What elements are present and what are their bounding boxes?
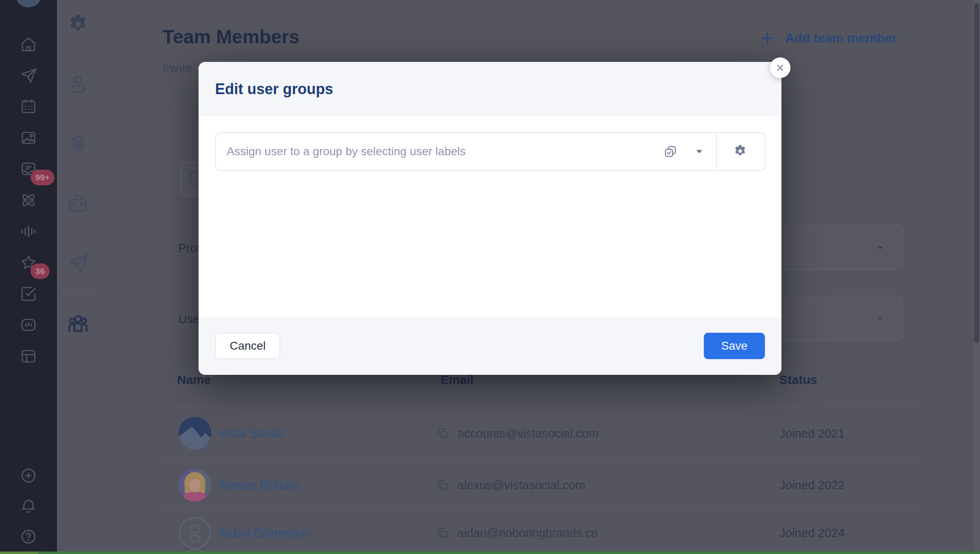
page-subtitle: Invite	[163, 61, 192, 75]
notification-badge: 36	[31, 263, 50, 279]
stats-icon	[19, 316, 38, 334]
plus-circle-icon	[19, 466, 38, 485]
cancel-button[interactable]: Cancel	[215, 333, 280, 359]
profiles-filter-label: Prof	[178, 241, 200, 255]
scrollbar-thumb[interactable]	[974, 3, 979, 343]
calendar-icon	[19, 97, 38, 116]
rail-divider	[62, 292, 95, 292]
copy-icon[interactable]	[436, 526, 449, 540]
briefcase-icon	[66, 192, 90, 215]
column-header-name: Name	[177, 373, 211, 387]
table-row: Alexus Brittainalexus@vistasocial.comJoi…	[160, 458, 916, 511]
member-name-link[interactable]: Vista Social	[218, 426, 284, 441]
layout-icon	[19, 347, 38, 365]
member-status: Joined 2022	[779, 478, 845, 492]
sidebar-item-send[interactable]	[19, 66, 38, 85]
user-filter-label: Use	[178, 313, 200, 326]
member-name-link[interactable]: Aidan Brannigan	[218, 526, 312, 540]
rail-item-briefcase[interactable]	[66, 192, 90, 215]
select-divider	[716, 133, 717, 168]
rail-item-send[interactable]	[66, 252, 90, 275]
gear-icon	[66, 12, 90, 36]
chevron-down-icon	[694, 146, 705, 157]
chevron-down-icon	[874, 315, 886, 323]
modal-header: Edit user groups	[199, 62, 781, 116]
modal-footer: Cancel Save	[199, 318, 781, 375]
send-icon	[66, 252, 90, 275]
waveform-icon	[19, 223, 38, 241]
sidebar-item-help-circle[interactable]	[19, 528, 38, 546]
sidebar-item-calendar[interactable]	[19, 97, 38, 116]
users-group-icon	[66, 312, 90, 335]
multi-select-icon	[663, 144, 678, 159]
select-placeholder: Assign user to a group by selecting user…	[227, 145, 466, 158]
rail-item-gear[interactable]	[66, 12, 90, 36]
primary-sidebar: 99+36	[0, 0, 57, 554]
sidebar-item-bell[interactable]	[19, 497, 38, 515]
member-email: alexus@vistasocial.com	[457, 478, 585, 492]
member-status: Joined 2021	[779, 426, 845, 440]
close-button[interactable]	[770, 57, 791, 78]
table-row: Aidan Branniganaidan@noboringbrands.coJo…	[160, 511, 916, 554]
rail-item-person[interactable]	[66, 72, 90, 95]
sidebar-item-atom[interactable]	[19, 191, 38, 209]
chevron-down-icon	[874, 244, 886, 252]
avatar	[178, 516, 211, 549]
add-team-member-label: Add team member	[785, 31, 897, 46]
screenshare-indicator-bar	[0, 552, 980, 554]
home-icon	[19, 35, 38, 53]
help-circle-icon	[19, 528, 38, 546]
send-icon	[19, 66, 38, 85]
avatar	[178, 469, 211, 502]
page-title: Team Members	[163, 26, 300, 48]
app-window: 99+36 Team Members Invite Add team membe…	[0, 0, 980, 554]
copy-icon[interactable]	[436, 478, 449, 492]
sidebar-item-image[interactable]	[19, 129, 38, 147]
table-row: Vista Socialaccounts@vistasocial.comJoin…	[160, 407, 916, 459]
close-icon	[775, 62, 786, 73]
check-square-icon	[19, 285, 38, 303]
edit-user-groups-modal: Edit user groups Assign user to a group …	[199, 62, 781, 375]
column-header-email: Email	[440, 373, 473, 387]
layers-icon	[66, 132, 90, 155]
sidebar-item-plus-circle[interactable]	[19, 466, 38, 485]
manage-labels-gear-button[interactable]	[733, 144, 748, 159]
sidebar-item-check-square[interactable]	[19, 285, 38, 303]
image-icon	[19, 129, 38, 147]
notification-badge: 99+	[31, 170, 54, 185]
column-header-status: Status	[779, 373, 817, 387]
sidebar-item-layout[interactable]	[19, 347, 38, 365]
save-button[interactable]: Save	[704, 333, 765, 359]
screenshare-indicator-bar-left	[0, 552, 38, 554]
bell-icon	[19, 497, 38, 515]
add-team-member-button[interactable]: Add team member	[759, 30, 897, 47]
rail-item-users-group[interactable]	[66, 312, 90, 335]
copy-icon[interactable]	[436, 427, 449, 440]
modal-title: Edit user groups	[215, 80, 333, 98]
content-card-edge	[916, 194, 917, 554]
workspace-avatar[interactable]	[15, 0, 42, 7]
sidebar-item-waveform[interactable]	[19, 223, 38, 241]
atom-icon	[19, 191, 38, 209]
member-email: accounts@vistasocial.com	[457, 426, 599, 440]
sidebar-item-stats[interactable]	[19, 316, 38, 334]
plus-icon	[759, 30, 776, 47]
rail-item-layers[interactable]	[66, 132, 90, 155]
user-labels-select[interactable]: Assign user to a group by selecting user…	[215, 132, 766, 171]
avatar	[178, 417, 211, 450]
member-status: Joined 2024	[779, 526, 845, 540]
sidebar-item-home[interactable]	[19, 35, 38, 53]
member-name-link[interactable]: Alexus Brittain	[218, 478, 299, 492]
person-icon	[66, 72, 90, 95]
member-email: aidan@noboringbrands.co	[457, 526, 598, 540]
